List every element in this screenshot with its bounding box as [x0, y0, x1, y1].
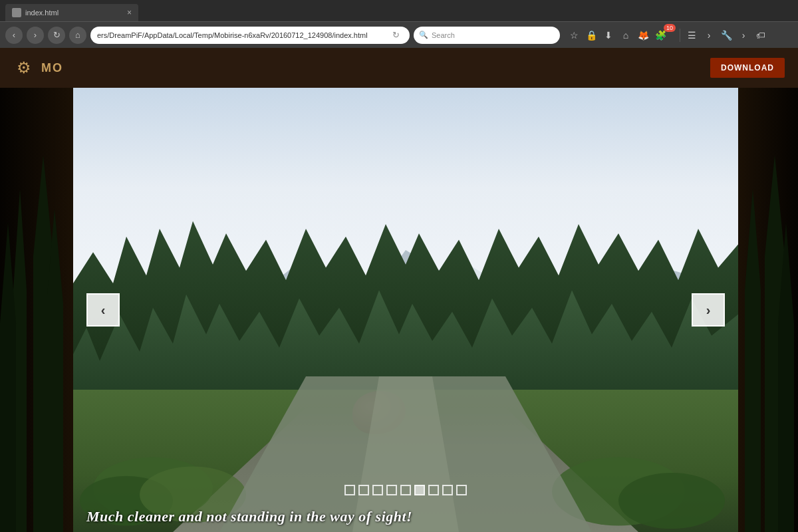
main-slide: ‹ › Much cleaner and not standing in [73, 88, 738, 532]
indicator-1[interactable] [344, 485, 355, 495]
side-panel-left [0, 88, 73, 532]
slideshow-prev-button[interactable]: ‹ [86, 293, 120, 327]
arrow-icon[interactable]: › [702, 28, 716, 43]
indicator-9[interactable] [456, 485, 467, 495]
firefox-icon[interactable]: 🦊 [636, 28, 650, 43]
tab-close-button[interactable]: × [127, 9, 132, 17]
side-panel-right [738, 88, 798, 532]
home-toolbar-icon[interactable]: ⌂ [618, 28, 633, 43]
next-icon: › [706, 303, 711, 318]
browser-tab[interactable]: index.html × [5, 4, 138, 21]
indicator-8[interactable] [442, 485, 453, 495]
caption-text: Much cleaner and not standing in the way… [86, 508, 412, 525]
app-title: MO [41, 61, 63, 75]
indicator-4[interactable] [386, 485, 397, 495]
browser-toolbar: ‹ › ↻ ⌂ ers/DreamPiF/AppData/Local/Temp/… [0, 21, 798, 48]
app-header-right: DOWNLOAD [710, 58, 785, 78]
right-panel-forest-svg [738, 88, 798, 532]
notification-badge: 10 [664, 24, 676, 32]
search-icon: 🔍 [419, 31, 428, 39]
secure-icon[interactable]: 🔒 [584, 28, 598, 43]
address-reload-icon: ↻ [388, 28, 403, 43]
back-button[interactable]: ‹ [5, 27, 23, 44]
bookmark-star-icon[interactable]: ☆ [567, 28, 581, 43]
slide-background [73, 88, 738, 532]
indicator-2[interactable] [358, 485, 369, 495]
indicator-3[interactable] [372, 485, 383, 495]
slide-indicators [344, 485, 467, 495]
slideshow-next-button[interactable]: › [692, 293, 725, 327]
extension-icon-1[interactable]: 🔧 [719, 28, 733, 43]
search-bar[interactable]: 🔍 Search [414, 27, 560, 44]
arrow-icon-2[interactable]: › [736, 28, 751, 43]
app-logo-area: ⚙ MO [13, 57, 63, 78]
app-container: ⚙ MO DOWNLOAD [0, 48, 798, 532]
indicator-6[interactable] [414, 485, 425, 495]
slide-caption: Much cleaner and not standing in the way… [73, 508, 738, 525]
indicator-5[interactable] [400, 485, 411, 495]
menu-icon[interactable]: ☰ [684, 28, 699, 43]
browser-chrome: index.html × ‹ › ↻ ⌂ ers/DreamPiF/AppDat… [0, 0, 798, 48]
extension-icon-2[interactable]: 🏷 [753, 28, 768, 43]
toolbar-divider [680, 29, 680, 42]
download-button[interactable]: DOWNLOAD [710, 58, 785, 78]
left-panel-forest-svg [0, 88, 73, 532]
tab-title: index.html [25, 9, 123, 17]
extensions-area: 🧩 10 [653, 28, 676, 43]
app-header: ⚙ MO DOWNLOAD [0, 48, 798, 88]
app-gear-icon: ⚙ [13, 57, 35, 78]
address-text: ers/DreamPiF/AppData/Local/Temp/Mobirise… [97, 31, 388, 39]
address-bar[interactable]: ers/DreamPiF/AppData/Local/Temp/Mobirise… [90, 27, 410, 44]
toolbar-icons: ☆ 🔒 ⬇ ⌂ 🦊 🧩 10 ☰ › 🔧 › 🏷 [567, 28, 768, 43]
search-placeholder: Search [432, 31, 455, 39]
indicator-7[interactable] [428, 485, 439, 495]
forward-button[interactable]: › [27, 27, 44, 44]
home-button[interactable]: ⌂ [69, 27, 86, 44]
reload-button[interactable]: ↻ [48, 27, 65, 44]
tabs-bar: index.html × [0, 0, 798, 21]
download-toolbar-icon[interactable]: ⬇ [601, 28, 616, 43]
tab-favicon [12, 8, 21, 17]
slideshow-wrapper: ‹ › Much cleaner and not standing in [0, 88, 798, 532]
prev-icon: ‹ [101, 303, 106, 318]
